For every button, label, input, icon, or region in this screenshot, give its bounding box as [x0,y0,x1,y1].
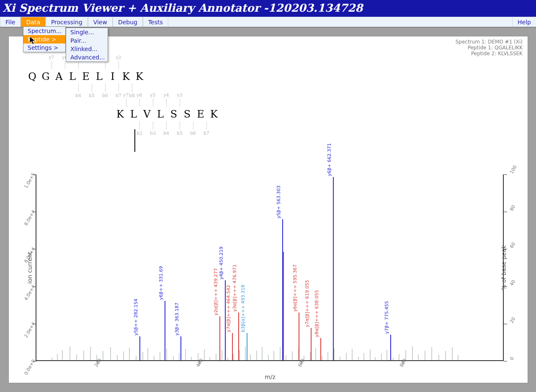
peak-label: y5β++ 282.154 [133,299,139,336]
info-peptide2: Peptide 2: KLVLSSEK [456,51,523,56]
noise-peak [204,349,205,360]
peak-label: y7α[β]+++ 464.542 [226,285,231,332]
b-ion-tick: b5 [87,93,97,98]
annotated-peak [165,301,165,360]
menu-view[interactable]: View [88,17,113,27]
menu-help[interactable]: Help [512,17,536,27]
window-titlebar: Xi Spectrum Viewer + Auxiliary Annotator… [0,0,536,17]
noise-peak [142,352,143,360]
noise-peak [233,354,234,360]
annotated-peak [333,177,334,360]
annotated-peak [390,335,391,360]
noise-peak [103,351,103,360]
noise-peak [216,354,216,360]
menu-file[interactable]: File [0,17,21,27]
x-tick-label: 200 [93,358,103,368]
residue: Eb7 [194,108,207,120]
residue: Kb8 [119,71,133,82]
y2-tick-label: 60 [509,241,516,249]
peptide1-sequence: QGy7Ay6Ly5b4Eb5Ly3b6Iy2b7Kb8K [26,71,243,82]
noise-peak [375,357,376,360]
dropdown-item-peptide[interactable]: Peptide > [23,35,65,44]
residue: Eb5 [79,71,93,82]
x-tick-label: 400 [195,358,204,368]
dropdown-item-settings[interactable]: Settings > [23,44,65,52]
noise-peak [418,354,419,360]
noise-peak [70,346,70,360]
noise-peak [445,351,446,360]
noise-peak [57,354,58,360]
noise-peak [322,356,322,360]
y-tick: 8.0e+4 [33,212,36,212]
residue: K [207,108,221,120]
b-ion-tick: b7 [201,131,211,136]
y-tick: 0.0e+0 [33,361,36,361]
y2-tick-label: 20 [509,316,516,324]
window-title: Xi Spectrum Viewer + Auxiliary Annotator… [3,2,363,14]
noise-peak [304,356,304,360]
spectrum-chart[interactable]: m/z ion current % of base peak 0.0e+02.0… [36,174,504,361]
noise-peak [185,349,186,360]
y-tick: 2.0e+4 [33,324,36,324]
annotated-peak [180,336,181,360]
peak-label: y6α[β]+++ 595.367 [292,264,298,312]
submenu-item-single[interactable]: Single... [66,28,108,36]
dropdown-peptide: Single... Pair... Xlinked... Advanced... [66,28,108,62]
b-ion-tick: b3 [148,131,158,136]
residue: Ky7 [113,108,127,120]
menu-data[interactable]: Data [21,17,45,27]
annotated-peak [311,328,312,360]
y-tick-label: 1.0e+5 [23,172,36,190]
noise-peak [262,347,263,360]
noise-peak [452,347,453,360]
noise-peak [327,352,328,360]
submenu-item-xlinked[interactable]: Xlinked... [66,45,108,53]
submenu-item-pair[interactable]: Pair... [66,36,108,45]
y2-tick: 60 [504,249,507,249]
menu-tests[interactable]: Tests [143,17,168,27]
peak-label: y3α[β]+++ 476.971 [232,264,237,312]
residue: Iy2b7 [106,71,119,82]
residue: Sb6 [180,108,194,120]
menu-processing[interactable]: Processing [46,17,88,27]
noise-peak [393,358,394,360]
x-tick: 800 [403,361,403,364]
noise-peak [405,350,406,360]
y2-tick-label: 40 [509,279,516,287]
dropdown-item-spectrum[interactable]: Spectrum... [23,27,65,35]
y2-tick: 0 [504,361,507,361]
residue: Ly3b6 [93,71,106,82]
noise-peak [96,355,97,360]
y-tick: 6.0e+4 [33,249,36,249]
x-tick: 200 [98,361,98,364]
y2-tick: 40 [504,287,507,287]
noise-peak [123,351,124,360]
peak-label: y2α[β]+++ 439.277 [213,268,219,315]
noise-peak [387,350,387,360]
noise-peak [166,348,167,360]
noise-peak [76,354,77,360]
noise-peak [245,346,246,360]
noise-peak [160,352,160,360]
y2-tick: 80 [504,212,507,212]
info-peptide1: Peptide 1: QGALELIKK [456,45,523,51]
noise-peak [110,347,111,360]
b-ion-tick: b2 [134,131,144,136]
y-tick: 4.0e+4 [33,287,36,287]
annotated-peak [299,313,299,360]
info-spectrum: Spectrum 1: DEMO #1 (Xi) [456,39,523,45]
noise-peak [334,348,335,360]
noise-peak [370,349,371,360]
noise-peak [62,350,63,360]
y-ion-tick: y2 [113,55,124,60]
submenu-item-advanced[interactable]: Advanced... [66,53,108,61]
noise-peak [352,349,353,360]
x-tick: 400 [199,361,200,364]
noise-peak [129,348,130,360]
noise-peak [286,355,286,360]
menu-debug[interactable]: Debug [113,17,143,27]
noise-peak [256,351,257,360]
annotated-peak [219,316,220,360]
noise-peak [268,355,269,360]
y-tick: 1.0e+5 [33,174,36,175]
